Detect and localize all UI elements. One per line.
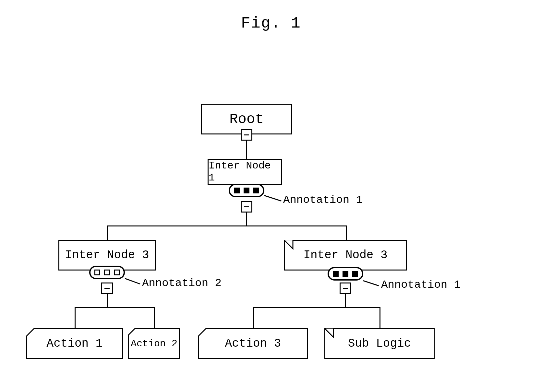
- connector-line: [246, 141, 247, 159]
- annotation-leader: [363, 280, 379, 286]
- connector-line: [253, 307, 380, 308]
- node-action-1: Action 1: [26, 328, 123, 359]
- node-inter-3-left-label: Inter Node 3: [65, 248, 149, 262]
- connector-line: [75, 307, 76, 328]
- dog-ear-icon: [284, 240, 294, 250]
- pill-square-icon: [94, 270, 100, 275]
- pill-annotation-1-right: [328, 267, 363, 281]
- node-action-3: Action 3: [198, 328, 308, 359]
- connector-line: [246, 213, 247, 225]
- pill-square-icon: [244, 188, 249, 193]
- node-inter-3-right-label: Inter Node 3: [303, 248, 387, 262]
- pill-square-icon: [253, 188, 259, 193]
- dog-ear-icon: [324, 328, 335, 339]
- expand-toggle-inter1: [241, 201, 252, 213]
- corner-cut-icon: [128, 328, 137, 337]
- node-action-2-label: Action 2: [131, 338, 177, 349]
- annotation-1-right: Annotation 1: [381, 279, 461, 291]
- annotation-2: Annotation 2: [142, 277, 222, 289]
- annotation-1-top: Annotation 1: [283, 194, 363, 206]
- node-action-1-label: Action 1: [47, 337, 103, 350]
- node-sub-logic: Sub Logic: [324, 328, 435, 359]
- pill-annotation-2: [89, 266, 125, 279]
- figure-title: Fig. 1: [241, 15, 301, 32]
- node-inter-1-label: Inter Node 1: [209, 160, 281, 184]
- annotation-leader: [125, 278, 140, 284]
- corner-cut-icon: [198, 328, 208, 338]
- node-action-2: Action 2: [128, 328, 180, 359]
- pill-square-icon: [234, 188, 240, 193]
- connector-line: [154, 307, 155, 328]
- node-sub-logic-label: Sub Logic: [348, 337, 411, 350]
- pill-square-icon: [333, 271, 339, 277]
- connector-line: [107, 225, 347, 226]
- node-inter-1: Inter Node 1: [208, 159, 282, 185]
- expand-toggle-root: [241, 129, 252, 141]
- node-root-label: Root: [229, 111, 264, 127]
- annotation-leader: [264, 195, 282, 202]
- pill-square-icon: [114, 270, 120, 275]
- connector-line: [379, 307, 380, 328]
- pill-square-icon: [343, 271, 348, 277]
- pill-square-icon: [352, 271, 358, 277]
- corner-cut-icon: [26, 328, 36, 338]
- connector-line: [345, 294, 346, 307]
- connector-line: [253, 307, 254, 328]
- pill-annotation-1-top: [229, 184, 264, 197]
- connector-line: [107, 225, 108, 240]
- tree-diagram: Root Inter Node 1 Annotation 1 Inter Nod…: [26, 104, 512, 363]
- node-inter-3-right: Inter Node 3: [284, 240, 407, 271]
- node-action-3-label: Action 3: [225, 337, 281, 350]
- connector-line: [75, 307, 155, 308]
- expand-toggle-inter3-right: [340, 282, 351, 294]
- expand-toggle-inter3-left: [101, 282, 113, 294]
- pill-square-icon: [104, 270, 110, 275]
- connector-line: [346, 225, 347, 240]
- connector-line: [107, 294, 108, 307]
